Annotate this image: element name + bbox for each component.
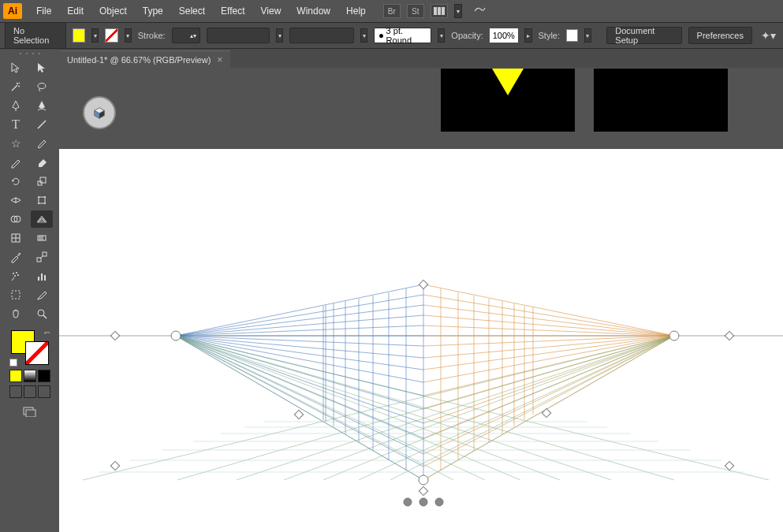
gradient-tool[interactable] bbox=[31, 229, 53, 247]
profile-field[interactable] bbox=[207, 28, 270, 43]
menu-edit[interactable]: Edit bbox=[59, 2, 91, 20]
artboard-thumbnail-1[interactable] bbox=[441, 69, 575, 132]
free-transform-tool[interactable] bbox=[31, 192, 53, 209]
svg-rect-113 bbox=[419, 280, 427, 288]
tab-close-icon[interactable]: × bbox=[217, 54, 222, 65]
scale-tool[interactable] bbox=[31, 173, 53, 190]
color-mode-color[interactable] bbox=[9, 370, 22, 382]
artboard-canvas[interactable] bbox=[59, 149, 783, 532]
color-mode-gradient[interactable] bbox=[24, 370, 36, 382]
pen-tool[interactable] bbox=[5, 97, 27, 114]
hand-tool[interactable] bbox=[5, 305, 27, 322]
type-tool[interactable]: T bbox=[5, 116, 27, 133]
perspective-plane-widget[interactable] bbox=[83, 96, 116, 129]
svg-point-110 bbox=[171, 331, 181, 340]
width-profile-field[interactable]: 3 pt. Round bbox=[374, 28, 431, 43]
svg-line-101 bbox=[83, 336, 674, 480]
svg-line-40 bbox=[176, 326, 423, 336]
svg-line-31 bbox=[43, 315, 47, 318]
lasso-tool[interactable] bbox=[31, 78, 53, 95]
svg-line-99 bbox=[237, 336, 674, 480]
document-tab[interactable]: Untitled-1* @ 66.67% (RGB/Preview) × bbox=[59, 50, 230, 68]
stroke-color-swatch[interactable] bbox=[105, 28, 117, 43]
width-profile-label: 3 pt. Round bbox=[386, 26, 427, 45]
column-graph-tool[interactable] bbox=[31, 267, 53, 285]
selection-status: No Selection bbox=[5, 22, 66, 49]
document-setup-button[interactable]: Document Setup bbox=[606, 27, 681, 44]
tool-grid: T ☆ bbox=[0, 58, 59, 324]
brush-dropdown-icon[interactable]: ▾ bbox=[360, 28, 367, 43]
color-mode-none[interactable] bbox=[38, 370, 50, 382]
bridge-button[interactable]: Br bbox=[383, 4, 401, 18]
slice-tool[interactable] bbox=[31, 286, 53, 303]
brush-field[interactable] bbox=[289, 28, 354, 43]
swap-fill-stroke-icon[interactable]: ⤺ bbox=[44, 329, 50, 337]
artboard-tool[interactable] bbox=[5, 286, 27, 303]
svg-point-111 bbox=[669, 331, 679, 340]
preferences-button[interactable]: Preferences bbox=[688, 27, 752, 44]
menu-extras: Br St ▾ bbox=[383, 2, 490, 20]
canvas-header-area bbox=[59, 69, 783, 149]
toolbar-handle[interactable] bbox=[0, 50, 59, 58]
mesh-tool[interactable] bbox=[5, 229, 27, 247]
zoom-tool[interactable] bbox=[31, 305, 53, 322]
menu-view[interactable]: View bbox=[253, 2, 289, 20]
svg-line-74 bbox=[423, 336, 674, 423]
rotate-tool[interactable] bbox=[5, 173, 27, 190]
fill-color-swatch[interactable] bbox=[73, 28, 85, 43]
svg-line-66 bbox=[423, 326, 674, 336]
svg-line-45 bbox=[176, 336, 423, 382]
opacity-value[interactable]: 100% bbox=[490, 28, 519, 43]
pencil-tool[interactable] bbox=[5, 154, 27, 171]
artboard-thumbnail-2[interactable] bbox=[594, 69, 728, 132]
arrange-docs-button[interactable] bbox=[431, 4, 448, 18]
svg-line-37 bbox=[176, 295, 423, 336]
opacity-dropdown-icon[interactable]: ▸ bbox=[524, 28, 531, 43]
menu-window[interactable]: Window bbox=[289, 2, 338, 20]
width-profile-dropdown-icon[interactable]: ▾ bbox=[438, 28, 445, 43]
draw-behind[interactable] bbox=[24, 385, 36, 398]
stroke-dropdown-icon[interactable]: ▾ bbox=[125, 28, 132, 43]
menu-help[interactable]: Help bbox=[338, 2, 374, 20]
blend-tool[interactable] bbox=[31, 248, 53, 266]
menu-type[interactable]: Type bbox=[135, 2, 171, 20]
graphic-style-swatch[interactable] bbox=[566, 29, 578, 42]
menu-object[interactable]: Object bbox=[91, 2, 135, 20]
draw-normal[interactable] bbox=[9, 385, 22, 398]
draw-inside[interactable] bbox=[38, 385, 50, 398]
menu-select[interactable]: Select bbox=[171, 2, 213, 20]
perspective-grid[interactable] bbox=[59, 149, 783, 532]
magic-wand-tool[interactable] bbox=[5, 78, 27, 95]
width-tool[interactable] bbox=[5, 192, 27, 209]
eyedropper-tool[interactable] bbox=[5, 248, 27, 266]
style-dropdown-icon[interactable]: ▾ bbox=[584, 28, 591, 43]
round-dot-icon bbox=[379, 34, 382, 38]
menu-effect[interactable]: Effect bbox=[213, 2, 252, 20]
profile-dropdown-icon[interactable]: ▾ bbox=[276, 28, 283, 43]
fill-dropdown-icon[interactable]: ▾ bbox=[91, 28, 99, 43]
rectangle-tool[interactable]: ☆ bbox=[5, 135, 27, 152]
gpu-preview-icon[interactable] bbox=[468, 2, 490, 20]
svg-line-98 bbox=[284, 336, 674, 480]
control-more-icon[interactable]: ✦▾ bbox=[759, 27, 778, 44]
menu-file[interactable]: File bbox=[28, 2, 59, 20]
stroke-weight-field[interactable]: ▴▾ bbox=[172, 28, 201, 43]
svg-line-97 bbox=[323, 336, 674, 480]
shape-builder-tool[interactable] bbox=[5, 210, 27, 228]
stock-button[interactable]: St bbox=[407, 4, 424, 18]
symbol-sprayer-tool[interactable] bbox=[5, 267, 27, 285]
screen-mode[interactable] bbox=[5, 400, 54, 417]
perspective-grid-tool[interactable] bbox=[31, 210, 53, 228]
line-tool[interactable] bbox=[31, 116, 53, 133]
default-fill-stroke-icon[interactable] bbox=[9, 359, 17, 366]
arrange-caret-icon[interactable]: ▾ bbox=[454, 4, 462, 18]
stroke-swatch[interactable] bbox=[25, 341, 49, 365]
svg-line-86 bbox=[176, 336, 423, 480]
draw-mode-row bbox=[5, 384, 54, 400]
fill-stroke-swatches[interactable]: ⤺ bbox=[11, 330, 49, 365]
curvature-tool[interactable] bbox=[31, 97, 53, 114]
eraser-tool[interactable] bbox=[31, 154, 53, 171]
paintbrush-tool[interactable] bbox=[31, 135, 53, 152]
direct-selection-tool[interactable] bbox=[31, 59, 53, 76]
selection-tool[interactable] bbox=[5, 59, 27, 76]
